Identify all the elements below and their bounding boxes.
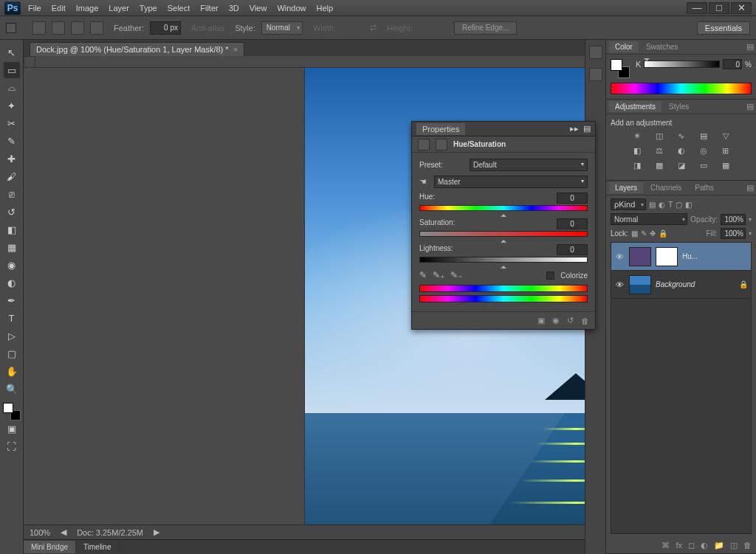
eyedropper-icon[interactable]: ✎ bbox=[419, 270, 427, 280]
menu-window[interactable]: Window bbox=[277, 4, 306, 13]
threshold-icon[interactable]: ◪ bbox=[675, 161, 688, 171]
fx-icon[interactable]: fx bbox=[676, 541, 682, 550]
menu-type[interactable]: Type bbox=[140, 4, 157, 13]
filter-type-icon[interactable]: T bbox=[668, 201, 673, 209]
eyedropper-add-icon[interactable]: ✎₊ bbox=[433, 270, 444, 280]
selection-add-icon[interactable] bbox=[52, 21, 65, 35]
curves-icon[interactable]: ∿ bbox=[675, 131, 688, 142]
pen-tool[interactable]: ✒ bbox=[4, 292, 20, 308]
panel-menu-icon[interactable]: ▤ bbox=[746, 102, 753, 111]
mask-new-icon[interactable]: ◻ bbox=[688, 541, 695, 550]
link-icon[interactable]: ⌘ bbox=[662, 541, 670, 550]
dodge-tool[interactable]: ◐ bbox=[4, 274, 20, 291]
zoom-level[interactable]: 100% bbox=[30, 528, 50, 537]
mask-icon[interactable] bbox=[436, 139, 447, 150]
style-dropdown[interactable]: Normal bbox=[261, 21, 303, 35]
lock-position-icon[interactable]: ✥ bbox=[650, 229, 656, 238]
layers-tab[interactable]: Layers bbox=[609, 182, 643, 193]
gradient-map-icon[interactable]: ▭ bbox=[697, 161, 710, 171]
stamp-tool[interactable]: ⎚ bbox=[4, 186, 20, 202]
move-tool[interactable]: ↖ bbox=[4, 44, 20, 60]
layer-filter-dropdown[interactable]: ρ Kind bbox=[611, 198, 646, 210]
wand-tool[interactable]: ✦ bbox=[4, 97, 20, 114]
tool-preset-icon[interactable] bbox=[6, 23, 16, 33]
adj-new-icon[interactable]: ◐ bbox=[701, 541, 708, 550]
selective-color-icon[interactable]: ▦ bbox=[719, 161, 732, 171]
filter-image-icon[interactable]: ▤ bbox=[649, 201, 656, 209]
k-slider[interactable] bbox=[644, 60, 720, 68]
eyedropper-tool[interactable]: ✎ bbox=[4, 133, 20, 149]
fill-input[interactable]: 100% bbox=[721, 228, 746, 239]
clip-icon[interactable]: ▣ bbox=[537, 316, 545, 325]
layer-item[interactable]: 👁 Hu... bbox=[611, 243, 751, 271]
swatches-tab[interactable]: Swatches bbox=[640, 41, 684, 52]
arrow-icon[interactable]: ◀ bbox=[61, 527, 66, 537]
blend-mode-dropdown[interactable]: Normal bbox=[611, 213, 687, 225]
quickmask-toggle[interactable]: ▣ bbox=[4, 420, 20, 437]
view-previous-icon[interactable]: ◉ bbox=[552, 316, 560, 325]
visibility-icon[interactable]: 👁 bbox=[614, 252, 625, 261]
brightness-icon[interactable]: ☀ bbox=[630, 131, 644, 142]
marquee-tool[interactable]: ▭ bbox=[4, 62, 20, 78]
filter-adj-icon[interactable]: ◐ bbox=[659, 201, 665, 209]
close-tab-icon[interactable]: × bbox=[233, 45, 238, 54]
menu-3d[interactable]: 3D bbox=[229, 4, 239, 13]
bw-icon[interactable]: ◐ bbox=[675, 146, 688, 156]
menu-view[interactable]: View bbox=[250, 4, 267, 13]
layer-item[interactable]: 👁 Background 🔒 bbox=[611, 271, 751, 299]
menu-edit[interactable]: Edit bbox=[52, 4, 66, 13]
layer-name[interactable]: Hu... bbox=[682, 252, 698, 260]
layer-thumb[interactable] bbox=[629, 275, 651, 294]
channels-tab[interactable]: Channels bbox=[645, 182, 687, 193]
collapse-icon[interactable]: ▸▸ bbox=[570, 124, 579, 134]
eyedropper-sub-icon[interactable]: ✎₋ bbox=[450, 270, 462, 280]
menu-layer[interactable]: Layer bbox=[109, 4, 129, 13]
hue-slider[interactable] bbox=[419, 205, 588, 211]
saturation-value[interactable]: 0 bbox=[557, 218, 588, 229]
document-tab[interactable]: Dock.jpg @ 100% (Hue/Saturation 1, Layer… bbox=[30, 42, 244, 56]
hand-icon[interactable]: ☚ bbox=[419, 177, 430, 187]
workspace-switcher[interactable]: Essentials bbox=[697, 21, 750, 35]
color-spectrum[interactable] bbox=[611, 83, 752, 94]
properties-tab[interactable]: Properties bbox=[416, 123, 465, 135]
group-icon[interactable]: 📁 bbox=[714, 541, 724, 550]
hue-sat-icon[interactable]: ◧ bbox=[630, 146, 644, 156]
posterize-icon[interactable]: ▩ bbox=[653, 161, 666, 171]
fill-flyout-icon[interactable]: ▾ bbox=[749, 230, 752, 237]
invert-icon[interactable]: ◨ bbox=[630, 161, 644, 171]
fg-bg-swatch[interactable] bbox=[3, 403, 21, 420]
preset-dropdown[interactable]: Default bbox=[470, 159, 588, 171]
screenmode-toggle[interactable]: ⛶ bbox=[4, 438, 20, 454]
colorize-checkbox[interactable] bbox=[546, 271, 554, 280]
hand-tool[interactable]: ✋ bbox=[4, 363, 20, 379]
k-input[interactable] bbox=[723, 59, 742, 69]
mask-thumb[interactable] bbox=[656, 247, 678, 266]
panel-menu-icon[interactable]: ▤ bbox=[746, 183, 753, 193]
brush-tool[interactable]: 🖌 bbox=[4, 168, 20, 184]
history-brush-tool[interactable]: ↺ bbox=[4, 204, 20, 220]
selection-new-icon[interactable] bbox=[32, 21, 46, 35]
history-icon[interactable] bbox=[589, 46, 602, 59]
menu-file[interactable]: File bbox=[28, 4, 41, 13]
hue-value[interactable]: 0 bbox=[557, 193, 588, 204]
type-tool[interactable]: T bbox=[4, 310, 20, 326]
menu-image[interactable]: Image bbox=[76, 4, 99, 13]
menu-select[interactable]: Select bbox=[168, 4, 190, 13]
feather-input[interactable] bbox=[150, 21, 181, 35]
lightness-slider[interactable] bbox=[419, 257, 588, 263]
trash-icon[interactable]: 🗑 bbox=[581, 316, 589, 325]
path-tool[interactable]: ▷ bbox=[4, 328, 20, 344]
vibrance-icon[interactable]: ▽ bbox=[719, 131, 732, 142]
doc-size[interactable]: Doc: 3.25M/2.25M bbox=[77, 528, 143, 537]
timeline-tab[interactable]: Timeline bbox=[76, 541, 119, 553]
visibility-icon[interactable]: 👁 bbox=[614, 280, 625, 289]
photo-filter-icon[interactable]: ◎ bbox=[697, 146, 710, 156]
color-tab[interactable]: Color bbox=[609, 41, 639, 52]
refine-edge-button[interactable]: Refine Edge... bbox=[454, 21, 517, 35]
selection-intersect-icon[interactable] bbox=[90, 21, 103, 35]
window-minimize-button[interactable]: — bbox=[687, 2, 707, 14]
opacity-input[interactable]: 100% bbox=[721, 214, 746, 225]
adjustment-thumb[interactable] bbox=[629, 247, 651, 266]
window-close-button[interactable]: ✕ bbox=[731, 2, 752, 14]
panel-menu-icon[interactable]: ▤ bbox=[583, 124, 591, 134]
